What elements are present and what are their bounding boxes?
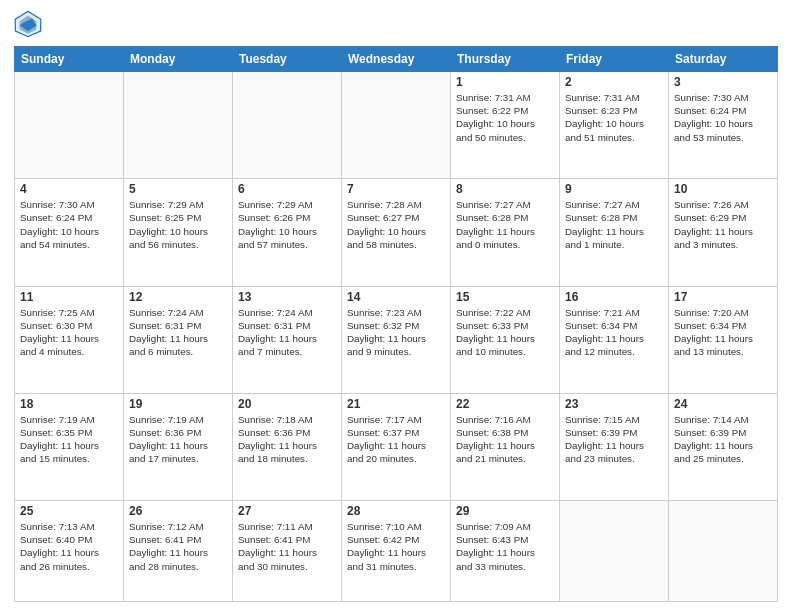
cell-info: Sunrise: 7:13 AMSunset: 6:40 PMDaylight:… [20,520,118,573]
calendar-cell: 6Sunrise: 7:29 AMSunset: 6:26 PMDaylight… [233,179,342,286]
week-row-2: 11Sunrise: 7:25 AMSunset: 6:30 PMDayligh… [15,286,778,393]
calendar-cell: 11Sunrise: 7:25 AMSunset: 6:30 PMDayligh… [15,286,124,393]
cell-date: 27 [238,504,336,518]
cell-date: 15 [456,290,554,304]
calendar-cell: 10Sunrise: 7:26 AMSunset: 6:29 PMDayligh… [669,179,778,286]
cell-info: Sunrise: 7:24 AMSunset: 6:31 PMDaylight:… [238,306,336,359]
header-row: SundayMondayTuesdayWednesdayThursdayFrid… [15,47,778,72]
calendar-cell: 16Sunrise: 7:21 AMSunset: 6:34 PMDayligh… [560,286,669,393]
calendar-body: 1Sunrise: 7:31 AMSunset: 6:22 PMDaylight… [15,72,778,602]
calendar-cell: 14Sunrise: 7:23 AMSunset: 6:32 PMDayligh… [342,286,451,393]
cell-date: 28 [347,504,445,518]
cell-date: 6 [238,182,336,196]
cell-date: 2 [565,75,663,89]
cell-date: 17 [674,290,772,304]
cell-date: 7 [347,182,445,196]
cell-info: Sunrise: 7:25 AMSunset: 6:30 PMDaylight:… [20,306,118,359]
cell-date: 12 [129,290,227,304]
calendar-cell: 21Sunrise: 7:17 AMSunset: 6:37 PMDayligh… [342,393,451,500]
cell-date: 23 [565,397,663,411]
calendar-cell: 29Sunrise: 7:09 AMSunset: 6:43 PMDayligh… [451,501,560,602]
cell-info: Sunrise: 7:30 AMSunset: 6:24 PMDaylight:… [674,91,772,144]
calendar-cell: 1Sunrise: 7:31 AMSunset: 6:22 PMDaylight… [451,72,560,179]
cell-info: Sunrise: 7:15 AMSunset: 6:39 PMDaylight:… [565,413,663,466]
week-row-4: 25Sunrise: 7:13 AMSunset: 6:40 PMDayligh… [15,501,778,602]
cell-info: Sunrise: 7:31 AMSunset: 6:23 PMDaylight:… [565,91,663,144]
cell-date: 22 [456,397,554,411]
cell-info: Sunrise: 7:28 AMSunset: 6:27 PMDaylight:… [347,198,445,251]
calendar-cell [669,501,778,602]
day-header-monday: Monday [124,47,233,72]
calendar-cell: 15Sunrise: 7:22 AMSunset: 6:33 PMDayligh… [451,286,560,393]
cell-info: Sunrise: 7:21 AMSunset: 6:34 PMDaylight:… [565,306,663,359]
cell-info: Sunrise: 7:26 AMSunset: 6:29 PMDaylight:… [674,198,772,251]
calendar-cell: 25Sunrise: 7:13 AMSunset: 6:40 PMDayligh… [15,501,124,602]
week-row-3: 18Sunrise: 7:19 AMSunset: 6:35 PMDayligh… [15,393,778,500]
calendar-cell: 17Sunrise: 7:20 AMSunset: 6:34 PMDayligh… [669,286,778,393]
page: SundayMondayTuesdayWednesdayThursdayFrid… [0,0,792,612]
day-header-sunday: Sunday [15,47,124,72]
cell-info: Sunrise: 7:09 AMSunset: 6:43 PMDaylight:… [456,520,554,573]
cell-date: 16 [565,290,663,304]
day-header-saturday: Saturday [669,47,778,72]
cell-info: Sunrise: 7:31 AMSunset: 6:22 PMDaylight:… [456,91,554,144]
calendar-cell: 20Sunrise: 7:18 AMSunset: 6:36 PMDayligh… [233,393,342,500]
calendar-table: SundayMondayTuesdayWednesdayThursdayFrid… [14,46,778,602]
cell-info: Sunrise: 7:27 AMSunset: 6:28 PMDaylight:… [565,198,663,251]
cell-date: 21 [347,397,445,411]
cell-date: 14 [347,290,445,304]
week-row-1: 4Sunrise: 7:30 AMSunset: 6:24 PMDaylight… [15,179,778,286]
cell-date: 4 [20,182,118,196]
cell-info: Sunrise: 7:29 AMSunset: 6:26 PMDaylight:… [238,198,336,251]
cell-info: Sunrise: 7:18 AMSunset: 6:36 PMDaylight:… [238,413,336,466]
cell-date: 10 [674,182,772,196]
day-header-tuesday: Tuesday [233,47,342,72]
calendar-cell: 3Sunrise: 7:30 AMSunset: 6:24 PMDaylight… [669,72,778,179]
cell-info: Sunrise: 7:12 AMSunset: 6:41 PMDaylight:… [129,520,227,573]
cell-date: 5 [129,182,227,196]
calendar-header: SundayMondayTuesdayWednesdayThursdayFrid… [15,47,778,72]
cell-date: 18 [20,397,118,411]
calendar-cell [560,501,669,602]
calendar-cell [15,72,124,179]
cell-date: 3 [674,75,772,89]
cell-info: Sunrise: 7:27 AMSunset: 6:28 PMDaylight:… [456,198,554,251]
cell-date: 29 [456,504,554,518]
cell-date: 24 [674,397,772,411]
calendar-cell: 19Sunrise: 7:19 AMSunset: 6:36 PMDayligh… [124,393,233,500]
logo-icon [14,10,42,38]
calendar-cell: 8Sunrise: 7:27 AMSunset: 6:28 PMDaylight… [451,179,560,286]
cell-info: Sunrise: 7:20 AMSunset: 6:34 PMDaylight:… [674,306,772,359]
cell-date: 11 [20,290,118,304]
cell-info: Sunrise: 7:14 AMSunset: 6:39 PMDaylight:… [674,413,772,466]
header [14,10,778,38]
calendar-cell: 22Sunrise: 7:16 AMSunset: 6:38 PMDayligh… [451,393,560,500]
calendar-cell: 4Sunrise: 7:30 AMSunset: 6:24 PMDaylight… [15,179,124,286]
cell-info: Sunrise: 7:19 AMSunset: 6:36 PMDaylight:… [129,413,227,466]
calendar-cell: 28Sunrise: 7:10 AMSunset: 6:42 PMDayligh… [342,501,451,602]
calendar-cell: 2Sunrise: 7:31 AMSunset: 6:23 PMDaylight… [560,72,669,179]
calendar-cell: 5Sunrise: 7:29 AMSunset: 6:25 PMDaylight… [124,179,233,286]
day-header-thursday: Thursday [451,47,560,72]
logo-area [14,10,46,38]
day-header-friday: Friday [560,47,669,72]
calendar-cell [342,72,451,179]
cell-info: Sunrise: 7:16 AMSunset: 6:38 PMDaylight:… [456,413,554,466]
cell-info: Sunrise: 7:29 AMSunset: 6:25 PMDaylight:… [129,198,227,251]
calendar-cell: 9Sunrise: 7:27 AMSunset: 6:28 PMDaylight… [560,179,669,286]
calendar-cell: 12Sunrise: 7:24 AMSunset: 6:31 PMDayligh… [124,286,233,393]
cell-date: 9 [565,182,663,196]
calendar-cell: 13Sunrise: 7:24 AMSunset: 6:31 PMDayligh… [233,286,342,393]
day-header-wednesday: Wednesday [342,47,451,72]
cell-info: Sunrise: 7:17 AMSunset: 6:37 PMDaylight:… [347,413,445,466]
cell-info: Sunrise: 7:11 AMSunset: 6:41 PMDaylight:… [238,520,336,573]
cell-date: 26 [129,504,227,518]
cell-info: Sunrise: 7:24 AMSunset: 6:31 PMDaylight:… [129,306,227,359]
calendar-cell [124,72,233,179]
cell-info: Sunrise: 7:30 AMSunset: 6:24 PMDaylight:… [20,198,118,251]
cell-date: 20 [238,397,336,411]
calendar-cell: 26Sunrise: 7:12 AMSunset: 6:41 PMDayligh… [124,501,233,602]
cell-info: Sunrise: 7:19 AMSunset: 6:35 PMDaylight:… [20,413,118,466]
cell-info: Sunrise: 7:23 AMSunset: 6:32 PMDaylight:… [347,306,445,359]
cell-date: 1 [456,75,554,89]
